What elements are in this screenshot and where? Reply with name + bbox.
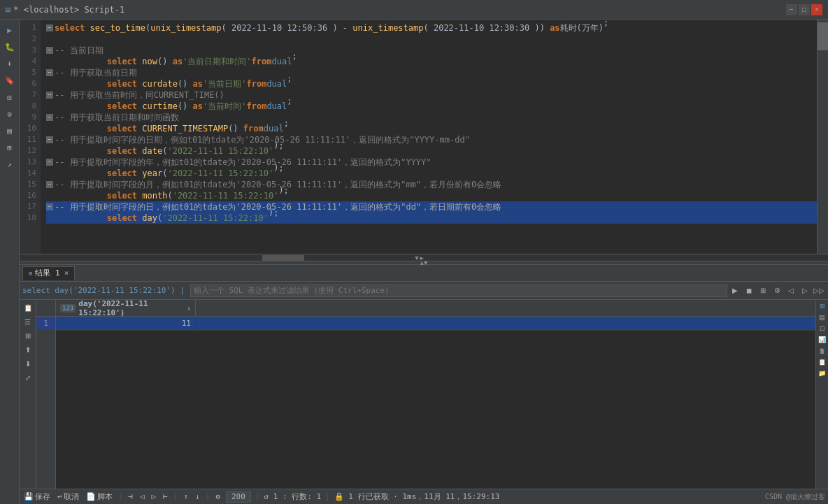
step-icon[interactable]: ⬇ — [2, 56, 17, 71]
grid-header: 123 day('2022-11-11 15:22:10') ↕ — [56, 300, 815, 317]
row-num-header — [36, 300, 55, 317]
nav-prev-button[interactable]: ◁ — [138, 492, 146, 501]
separator: | — [255, 492, 260, 501]
fold-icon[interactable]: − — [46, 24, 53, 31]
status-info: ↺ 1 : 行数: 1 — [264, 491, 322, 502]
script-icon: 📄 — [86, 492, 96, 501]
results-btn-1[interactable]: 📋 — [22, 301, 34, 314]
data-grid: 📋 ☰ ⊞ ⬆ ⬇ ⤢ 1 123 da — [20, 300, 828, 489]
nav-last-button[interactable]: ⊢ — [162, 492, 169, 501]
rr-btn-1[interactable]: ⊞ — [818, 301, 827, 311]
left-sidebar: ▶ 🐛 ⬇ 🔖 ⊡ ⚙ ▤ ⊞ ↗ — [0, 20, 20, 504]
rr-btn-6[interactable]: 📋 — [818, 357, 827, 367]
debug-icon[interactable]: 🐛 — [2, 39, 17, 55]
tab-icon: ⊞ — [29, 270, 32, 277]
title-icon: ⊞ — [6, 5, 10, 15]
results-btn-3[interactable]: ⊞ — [22, 329, 34, 342]
line-numbers: 1 2 3 4 5 6 7 8 9 10 11 12 13 14 15 16 1… — [20, 20, 41, 254]
next-button[interactable]: ▷ — [799, 285, 811, 297]
code-line: − -- 当前日期 — [46, 45, 817, 56]
editor-hscroll[interactable]: ▼ ▶ — [20, 254, 828, 261]
export-icon[interactable]: ↗ — [2, 157, 17, 172]
rr-btn-7[interactable]: 📁 — [818, 368, 827, 378]
code-line: − -- 用于获取当前日期和时间函数 — [46, 112, 817, 123]
code-line: − -- 用于获取当前时间，同CURRENT_TIME() — [46, 89, 817, 101]
editor-scrollbar[interactable] — [817, 20, 828, 254]
upload-button[interactable]: ↑ — [182, 492, 190, 501]
code-line-selected: select day('2022-11-11 15:22:10'); — [46, 213, 817, 224]
script-button[interactable]: 📄 脚本 — [85, 491, 114, 502]
bookmark-icon[interactable]: 🔖 — [2, 73, 17, 88]
code-line-selected: − -- 用于提取时间字段的日，例如t01的tdate为'2020-05-26 … — [46, 201, 817, 213]
column-name: day('2022-11-11 15:22:10') — [78, 300, 184, 317]
code-line: select now() as '当前日期和时间' from dual; — [46, 56, 817, 67]
cancel-icon: ↩ — [57, 492, 62, 501]
results-btn-4[interactable]: ⬆ — [22, 343, 34, 356]
settings-icon[interactable]: ⚙ — [2, 106, 17, 122]
save-button[interactable]: 💾 保存 — [22, 491, 52, 502]
rr-btn-5[interactable]: 🗑 — [818, 346, 827, 356]
separator: | — [173, 492, 178, 501]
rr-btn-3[interactable]: ⊡ — [818, 324, 827, 333]
code-line: − -- 用于提取时间字段的日期，例如t01的tdate为'2020-05-26… — [46, 134, 817, 145]
grid-content: 123 day('2022-11-11 15:22:10') ↕ 11 — [56, 300, 815, 489]
code-line: select curdate() as '当前日期' from dual; — [46, 78, 817, 89]
results-btn-2[interactable]: ☰ — [22, 315, 34, 328]
nav-next-button[interactable]: ▷ — [150, 492, 158, 501]
grid-cell: 11 — [56, 317, 196, 330]
table-icon[interactable]: ⊞ — [2, 140, 17, 155]
code-line — [46, 34, 817, 45]
schema-icon[interactable]: ▤ — [2, 123, 17, 138]
settings-button[interactable]: ⚙ — [771, 285, 783, 297]
save-icon: 💾 — [24, 492, 34, 501]
zoom-input[interactable] — [226, 491, 251, 503]
results-tab-bar: ⊞ 结果 1 × — [20, 265, 828, 282]
connect-icon[interactable]: ⊡ — [2, 89, 17, 105]
refresh-button[interactable]: ⚙ — [214, 492, 222, 501]
play-button[interactable]: ▶ — [729, 285, 741, 297]
code-line: − -- 用于提取时间字段的年，例如t01的tdate为'2020-05-26 … — [46, 157, 817, 168]
separator: | — [118, 492, 123, 501]
results-tab[interactable]: ⊞ 结果 1 × — [22, 266, 75, 280]
window-title: * <localhost> Script-1 — [13, 5, 124, 15]
run-icon[interactable]: ▶ — [2, 22, 17, 38]
maximize-button[interactable]: □ — [799, 4, 810, 15]
rr-btn-4[interactable]: 📊 — [818, 335, 827, 345]
code-line: select curtime() as '当前时间' from dual; — [46, 101, 817, 112]
window-controls: − □ × — [786, 4, 822, 15]
save-label: 保存 — [35, 491, 50, 502]
minimize-button[interactable]: − — [786, 4, 797, 15]
code-content[interactable]: − select sec_to_time(unix_timestamp( 202… — [41, 20, 817, 254]
code-line: − -- 用于获取当前日期 — [46, 67, 817, 78]
table-row[interactable]: 11 — [56, 317, 815, 331]
code-line: select date('2022-11-11 15:22:10'); — [46, 145, 817, 157]
results-btn-5[interactable]: ⬇ — [22, 357, 34, 370]
filter-input[interactable] — [190, 285, 727, 297]
close-button[interactable]: × — [811, 4, 822, 15]
download-button[interactable]: ↓ — [194, 492, 201, 501]
stop-button[interactable]: ◼ — [743, 285, 755, 297]
tab-label: 结果 1 — [35, 268, 59, 278]
code-editor: 1 2 3 4 5 6 7 8 9 10 11 12 13 14 15 16 1… — [20, 20, 828, 254]
execution-info: 🔒 1 行已获取 · 1ms，11月 11，15:29:13 — [334, 491, 500, 502]
more-button[interactable]: ▷▷ — [813, 285, 825, 297]
results-btn-6[interactable]: ⤢ — [22, 371, 34, 384]
cancel-button[interactable]: ↩ 取消 — [56, 491, 80, 502]
type-badge: 123 — [60, 304, 76, 312]
code-line: − -- 用于提取时间字段的月，例如t01的tdate为'2020-05-26 … — [46, 179, 817, 190]
status-bar: 💾 保存 ↩ 取消 📄 脚本 | ⊣ ◁ ▷ ⊢ | ↑ ↓ | ⚙ | ↺ 1… — [20, 489, 828, 504]
export-button[interactable]: ⊞ — [757, 285, 769, 297]
results-toolbar: select day('2022-11-11 15:22:10') | ▶ ◼ … — [20, 282, 828, 300]
separator: | — [206, 492, 210, 501]
code-line: − select sec_to_time(unix_timestamp( 202… — [46, 22, 817, 34]
title-bar: ⊞ * <localhost> Script-1 − □ × — [0, 0, 828, 20]
tab-close[interactable]: × — [64, 268, 69, 278]
rr-btn-2[interactable]: ▤ — [818, 312, 827, 322]
editor-hscroll-thumb[interactable] — [262, 255, 304, 261]
editor-area: 1 2 3 4 5 6 7 8 9 10 11 12 13 14 15 16 1… — [20, 20, 828, 504]
results-panel: ⊞ 结果 1 × select day('2022-11-11 15:22:10… — [20, 265, 828, 489]
nav-first-button[interactable]: ⊣ — [127, 492, 134, 501]
sort-icon[interactable]: ↕ — [187, 305, 191, 312]
prev-button[interactable]: ◁ — [785, 285, 797, 297]
scroll-thumb[interactable] — [818, 22, 828, 50]
